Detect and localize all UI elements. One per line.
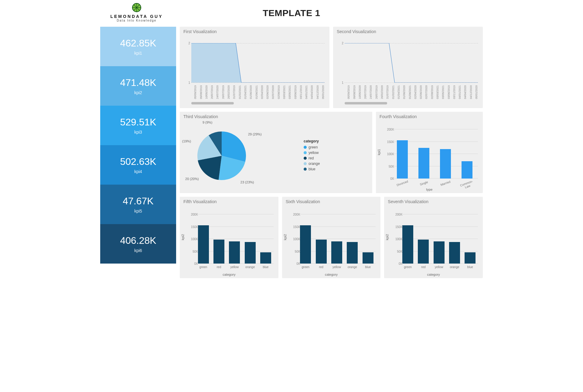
brand-tagline: Data Into Knowledge: [117, 19, 157, 22]
chart-title: Fifth Visualization: [183, 199, 276, 204]
svg-text:9 (9%): 9 (9%): [203, 121, 212, 124]
bar-orange[interactable]: orange: [245, 214, 256, 264]
third-visualization-card[interactable]: Third Visualization 29 (29%)23 (23%)20 (…: [180, 112, 372, 193]
bar-green[interactable]: green: [198, 214, 209, 264]
fifth-visualization-card[interactable]: Fifth Visualization kpi2 0K50K100K150K20…: [180, 197, 278, 278]
kpi-card-kpi6[interactable]: 406.28Kkpi6: [100, 224, 176, 264]
svg-text:19 (19%): 19 (19%): [182, 139, 191, 143]
kpi-value: 462.85K: [100, 38, 176, 49]
y-axis-label: kpi2: [283, 234, 287, 240]
legend-item-blue[interactable]: blue: [304, 167, 320, 171]
y-axis-label: kpi2: [385, 234, 389, 240]
kpi-value: 406.28K: [100, 235, 176, 246]
kpi-value: 47.67K: [100, 196, 176, 207]
bar-yellow[interactable]: yellow: [331, 214, 342, 264]
fourth-visualization-card[interactable]: Fourth Visualization kpi1 0K50K100K150K2…: [376, 112, 483, 193]
bar-blue[interactable]: blue: [465, 214, 476, 264]
kpi-label: kpi1: [100, 51, 176, 56]
svg-text:29 (29%): 29 (29%): [248, 132, 262, 136]
header: LEMONDATA GUY Data Into Knowledge TEMPLA…: [100, 2, 483, 24]
legend-title: category: [304, 139, 320, 143]
bar-green[interactable]: green: [300, 214, 311, 264]
kpi-label: kpi5: [100, 209, 176, 213]
x-axis-label: category: [387, 273, 480, 276]
kpi-sidebar: 462.85Kkpi1471.48Kkpi2529.51Kkpi3502.63K…: [100, 27, 176, 278]
chart-scrollbar[interactable]: [345, 102, 387, 104]
bar-green[interactable]: green: [402, 214, 413, 264]
main-content: First Visualization 21 01/08/202005/09/2…: [180, 27, 483, 278]
kpi-label: kpi3: [100, 130, 176, 135]
legend-item-red[interactable]: red: [304, 156, 320, 160]
bar-red[interactable]: red: [213, 214, 224, 264]
pie-chart[interactable]: 29 (29%)23 (23%)20 (20%)19 (19%)9 (9%): [182, 121, 298, 191]
kpi-card-kpi3[interactable]: 529.51Kkpi3: [100, 106, 176, 145]
chart-title: First Visualization: [183, 29, 327, 34]
bar-blue[interactable]: blue: [260, 214, 271, 264]
bar-yellow[interactable]: yellow: [434, 214, 445, 264]
kpi-label: kpi6: [100, 248, 176, 253]
kpi-card-kpi1[interactable]: 462.85Kkpi1: [100, 27, 176, 66]
y-axis-label: kpi2: [181, 234, 185, 240]
chart-title: Third Visualization: [183, 114, 370, 119]
bar-orange[interactable]: orange: [449, 214, 460, 264]
svg-text:20 (20%): 20 (20%): [185, 177, 199, 181]
kpi-value: 529.51K: [100, 117, 176, 128]
chart-title: Second Visualization: [337, 29, 480, 34]
chart-title: Seventh Visualization: [388, 199, 480, 204]
x-axis-label: category: [182, 273, 276, 276]
legend-item-green[interactable]: green: [304, 145, 320, 149]
bar-yellow[interactable]: yellow: [229, 214, 240, 264]
seventh-visualization-card[interactable]: Seventh Visualization kpi2 0K50K100K150K…: [384, 197, 483, 278]
bar-Common-Law[interactable]: Common-Law: [462, 129, 472, 179]
sixth-visualization-card[interactable]: Sixth Visualization kpi2 0K50K100K150K20…: [282, 197, 381, 278]
kpi-card-kpi4[interactable]: 502.63Kkpi4: [100, 145, 176, 185]
bar-Divorced[interactable]: Divorced: [397, 129, 408, 179]
kpi-value: 471.48K: [100, 77, 176, 88]
bar-blue[interactable]: blue: [363, 214, 373, 264]
bar-red[interactable]: red: [316, 214, 327, 264]
y-axis-label: kpi1: [377, 149, 381, 155]
x-axis-label: type: [378, 188, 480, 191]
kpi-card-kpi5[interactable]: 47.67Kkpi5: [100, 185, 176, 224]
kpi-card-kpi2[interactable]: 471.48Kkpi2: [100, 66, 176, 106]
bar-Single[interactable]: Single: [418, 129, 429, 179]
second-visualization-card[interactable]: Second Visualization 21 01/08/202005/09/…: [333, 27, 483, 108]
legend-item-orange[interactable]: orange: [304, 162, 320, 166]
chart-scrollbar[interactable]: [191, 102, 234, 104]
bar-orange[interactable]: orange: [347, 214, 358, 264]
chart-title: Sixth Visualization: [286, 199, 378, 204]
legend-item-yellow[interactable]: yellow: [304, 151, 320, 155]
first-visualization-card[interactable]: First Visualization 21 01/08/202005/09/2…: [180, 27, 329, 108]
chart-title: Fourth Visualization: [380, 114, 480, 119]
kpi-label: kpi4: [100, 169, 176, 174]
pie-legend: categorygreenyellowredorangeblue: [304, 139, 320, 172]
bar-red[interactable]: red: [418, 214, 429, 264]
kpi-value: 502.63K: [100, 156, 176, 167]
page-title: TEMPLATE 1: [100, 8, 483, 18]
svg-text:23 (23%): 23 (23%): [240, 180, 254, 184]
kpi-label: kpi2: [100, 90, 176, 95]
x-axis-label: category: [285, 273, 378, 276]
bar-Married[interactable]: Married: [440, 129, 451, 179]
